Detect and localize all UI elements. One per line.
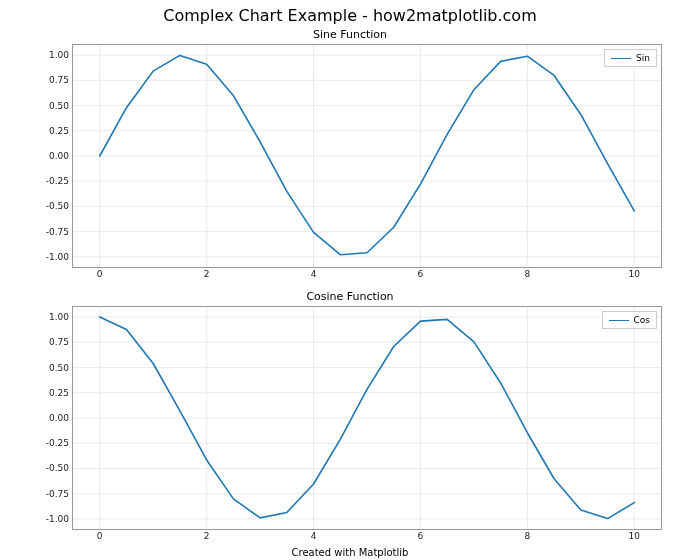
x-tick-label: 8: [524, 531, 530, 541]
axes-cosine: Cos 0246810-1.00-0.75-0.50-0.250.000.250…: [72, 306, 662, 530]
x-tick-label: 6: [418, 531, 424, 541]
y-tick-label: 0.50: [49, 363, 69, 373]
x-tick-label: 4: [311, 531, 317, 541]
figure: Complex Chart Example - how2matplotlib.c…: [0, 0, 700, 560]
y-tick-label: -0.75: [46, 489, 69, 499]
legend-line-icon: [611, 58, 631, 59]
x-tick-label: 2: [204, 531, 210, 541]
y-tick-label: 1.00: [49, 312, 69, 322]
x-tick-label: 2: [204, 269, 210, 279]
y-tick-label: 1.00: [49, 50, 69, 60]
legend: Sin: [604, 49, 657, 67]
x-tick-label: 10: [629, 269, 640, 279]
y-tick-label: -0.25: [46, 176, 69, 186]
y-tick-label: -1.00: [46, 514, 69, 524]
x-tick-label: 10: [629, 531, 640, 541]
subplot-title: Sine Function: [0, 28, 700, 41]
y-tick-label: -1.00: [46, 252, 69, 262]
y-tick-label: 0.75: [49, 75, 69, 85]
legend-line-icon: [609, 320, 629, 321]
footer-text: Created with Matplotlib: [0, 547, 700, 558]
x-tick-label: 0: [97, 269, 103, 279]
y-tick-label: -0.50: [46, 463, 69, 473]
legend-label: Cos: [634, 315, 650, 325]
subplot-title: Cosine Function: [0, 290, 700, 303]
y-tick-label: -0.25: [46, 438, 69, 448]
y-tick-label: -0.50: [46, 201, 69, 211]
legend-label: Sin: [636, 53, 650, 63]
y-tick-label: -0.75: [46, 227, 69, 237]
y-tick-label: 0.25: [49, 388, 69, 398]
y-tick-label: 0.00: [49, 413, 69, 423]
x-tick-label: 0: [97, 531, 103, 541]
x-tick-label: 6: [418, 269, 424, 279]
y-tick-label: 0.00: [49, 151, 69, 161]
x-tick-label: 4: [311, 269, 317, 279]
x-tick-label: 8: [524, 269, 530, 279]
figure-suptitle: Complex Chart Example - how2matplotlib.c…: [0, 6, 700, 25]
axes-sine: Sin 0246810-1.00-0.75-0.50-0.250.000.250…: [72, 44, 662, 268]
legend: Cos: [602, 311, 657, 329]
y-tick-label: 0.50: [49, 101, 69, 111]
y-tick-label: 0.25: [49, 126, 69, 136]
y-tick-label: 0.75: [49, 337, 69, 347]
